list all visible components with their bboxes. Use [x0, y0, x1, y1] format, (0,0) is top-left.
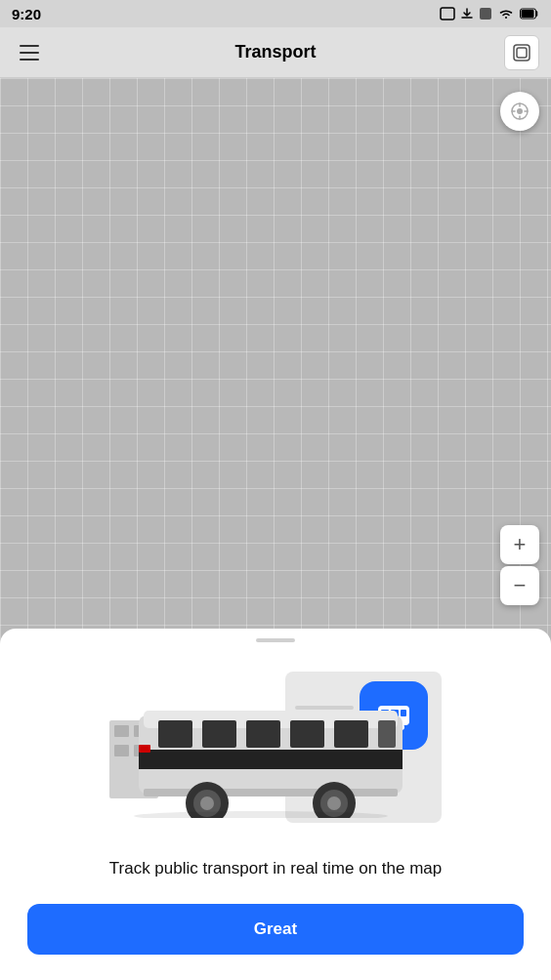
svg-point-41 [327, 796, 341, 810]
svg-rect-3 [522, 10, 534, 18]
sheet-description: Track public transport in real time on t… [109, 857, 442, 880]
bus-svg [109, 691, 412, 818]
svg-rect-21 [114, 725, 129, 737]
svg-rect-5 [517, 48, 527, 58]
bottom-sheet: Track public transport in real time on t… [0, 629, 551, 980]
svg-rect-27 [139, 750, 403, 769]
illustration-area [27, 652, 524, 847]
layers-button[interactable] [504, 35, 539, 70]
svg-rect-33 [378, 720, 396, 748]
svg-rect-34 [139, 745, 150, 753]
svg-rect-30 [246, 720, 280, 748]
download-icon [460, 7, 474, 20]
status-bar: 9:20 [0, 0, 551, 27]
map-grid [0, 78, 551, 654]
sheet-handle [256, 638, 295, 642]
svg-rect-35 [144, 789, 398, 796]
svg-rect-23 [114, 745, 129, 756]
header: Transport [0, 27, 551, 78]
great-button[interactable]: Great [27, 904, 524, 955]
status-time: 9:20 [12, 6, 41, 22]
map-container[interactable]: + − [0, 78, 551, 654]
hamburger-icon [20, 45, 39, 61]
svg-rect-31 [290, 720, 324, 748]
svg-point-38 [200, 796, 214, 810]
svg-rect-32 [334, 720, 368, 748]
menu-button[interactable] [12, 35, 47, 70]
location-icon [510, 102, 530, 121]
location-button[interactable] [500, 92, 539, 131]
svg-rect-29 [202, 720, 236, 748]
notification-icon [479, 7, 492, 20]
square-icon [440, 7, 455, 20]
svg-rect-0 [441, 8, 454, 20]
wifi-icon [497, 7, 515, 20]
svg-point-7 [517, 108, 523, 114]
svg-rect-28 [158, 720, 192, 748]
battery-icon [520, 8, 539, 20]
zoom-out-button[interactable]: − [500, 566, 539, 605]
status-icons [440, 7, 539, 20]
zoom-in-button[interactable]: + [500, 525, 539, 564]
svg-rect-1 [480, 8, 491, 20]
bus-illustration [109, 672, 442, 828]
page-title: Transport [234, 42, 316, 62]
layers-icon [511, 42, 532, 63]
zoom-controls: + − [500, 525, 539, 605]
